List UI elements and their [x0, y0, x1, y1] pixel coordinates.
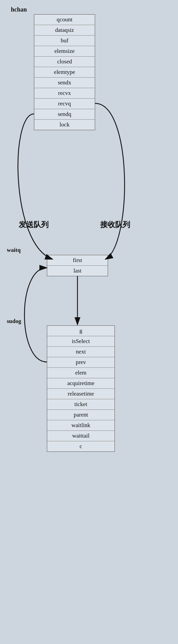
- sendq-arrow: [18, 114, 53, 259]
- sudog-field-ticket: ticket: [47, 399, 114, 410]
- sudog-prev-arrow: [24, 268, 47, 362]
- sudog-field-parent: parent: [47, 410, 114, 420]
- hchan-field-recvx: recvx: [34, 88, 95, 99]
- sudog-field-next: next: [47, 347, 114, 357]
- sudog-label: sudog: [7, 318, 21, 325]
- hchan-field-closed: closed: [34, 57, 95, 67]
- sendq-label: 发送队列: [19, 220, 49, 230]
- waitq-field-last: last: [47, 266, 108, 276]
- recvq-arrow: [95, 103, 125, 259]
- hchan-field-elemtype: elemtype: [34, 67, 95, 78]
- recvq-label: 接收队列: [100, 220, 130, 230]
- hchan-field-lock: lock: [34, 120, 95, 130]
- hchan-field-dataqsiz: dataqsiz: [34, 25, 95, 36]
- sudog-field-isSelect: isSelect: [47, 336, 114, 347]
- sudog-field-elem: elem: [47, 368, 114, 378]
- sudog-field-releasetime: releasetime: [47, 389, 114, 399]
- waitq-field-first: first: [47, 255, 108, 266]
- waitq-label: waitq: [7, 247, 21, 254]
- waitq-box: first last: [47, 255, 108, 276]
- sudog-field-waitlink: waitlink: [47, 420, 114, 431]
- sudog-field-waittail: waittail: [47, 431, 114, 441]
- hchan-field-sendq: sendq: [34, 109, 95, 120]
- sudog-field-prev: prev: [47, 357, 114, 368]
- hchan-field-elemsize: elemsize: [34, 46, 95, 57]
- sudog-field-acquiretime: acquiretime: [47, 378, 114, 389]
- sudog-box: g isSelect next prev elem acquiretime re…: [47, 325, 115, 452]
- hchan-field-sendx: sendx: [34, 78, 95, 88]
- hchan-box: qcount dataqsiz buf elemsize closed elem…: [34, 14, 95, 130]
- hchan-field-buf: buf: [34, 36, 95, 46]
- sudog-field-c: c: [47, 441, 114, 451]
- hchan-field-recvq: recvq: [34, 99, 95, 109]
- sudog-field-g: g: [47, 326, 114, 336]
- hchan-field-qcount: qcount: [34, 15, 95, 25]
- hchan-label: hchan: [11, 6, 27, 13]
